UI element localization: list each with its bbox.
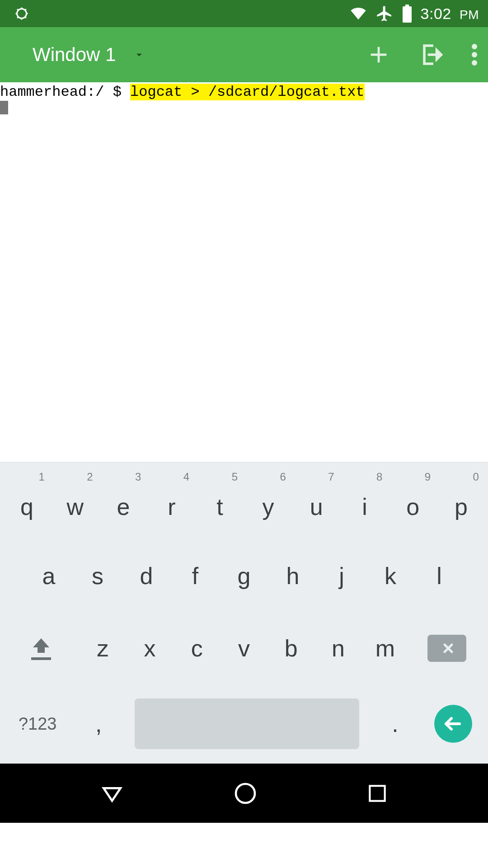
key-g[interactable]: g: [220, 540, 268, 613]
keyboard-row-3: zxcvbnm: [3, 612, 485, 684]
status-bar: 3:02 PM: [0, 0, 488, 27]
svg-point-0: [17, 9, 27, 19]
home-button[interactable]: [233, 781, 258, 806]
terminal-command: logcat > /sdcard/logcat.txt: [130, 84, 364, 100]
time-ampm: PM: [456, 8, 479, 22]
svg-rect-1: [403, 6, 412, 23]
key-p[interactable]: 0p: [437, 468, 485, 540]
key-b[interactable]: b: [267, 612, 314, 684]
key-r[interactable]: 4r: [147, 468, 196, 540]
add-window-button[interactable]: [367, 43, 390, 66]
key-j[interactable]: j: [317, 540, 366, 613]
exit-button[interactable]: [418, 41, 445, 68]
recent-apps-button[interactable]: [366, 782, 389, 805]
svg-point-6: [472, 60, 477, 66]
terminal-line: hammerhead:/ $ logcat > /sdcard/logcat.t…: [0, 84, 488, 100]
soft-keyboard: 1q2w3e4r5t6y7u8i9o0p asdfghjkl zxcvbnm ?…: [0, 462, 488, 764]
keyboard-row-2: asdfghjkl: [3, 540, 485, 613]
key-q[interactable]: 1q: [3, 468, 51, 540]
key-s[interactable]: s: [73, 540, 122, 613]
app-bar: Window 1: [0, 27, 488, 82]
keyboard-row-4: ?123 , .: [3, 684, 485, 760]
key-l[interactable]: l: [415, 540, 464, 613]
svg-point-7: [236, 784, 255, 803]
enter-key[interactable]: [421, 688, 485, 760]
terminal-view[interactable]: hammerhead:/ $ logcat > /sdcard/logcat.t…: [0, 82, 488, 462]
key-k[interactable]: k: [366, 540, 415, 613]
svg-rect-8: [370, 786, 385, 801]
more-menu-button[interactable]: [472, 44, 477, 66]
key-i[interactable]: 8i: [341, 468, 389, 540]
key-u[interactable]: 7u: [292, 468, 341, 540]
status-time: 3:02 PM: [421, 5, 479, 23]
key-w[interactable]: 2w: [51, 468, 99, 540]
svg-rect-2: [405, 5, 409, 6]
key-m[interactable]: m: [361, 612, 408, 684]
key-e[interactable]: 3e: [99, 468, 148, 540]
key-z[interactable]: z: [79, 612, 126, 684]
key-d[interactable]: d: [122, 540, 171, 613]
chevron-down-icon[interactable]: [133, 48, 145, 61]
window-title[interactable]: Window 1: [33, 44, 116, 66]
back-button[interactable]: [99, 781, 125, 806]
navigation-bar: [0, 764, 488, 823]
time-value: 3:02: [421, 5, 451, 22]
key-v[interactable]: v: [221, 612, 267, 684]
key-h[interactable]: h: [268, 540, 317, 613]
terminal-cursor: [0, 101, 8, 114]
wifi-icon: [349, 5, 367, 23]
key-y[interactable]: 6y: [244, 468, 292, 540]
svg-marker-3: [437, 50, 441, 59]
period-key[interactable]: .: [369, 688, 422, 760]
space-key[interactable]: [125, 688, 369, 760]
battery-icon: [402, 5, 413, 23]
shift-key[interactable]: [3, 612, 79, 684]
key-t[interactable]: 5t: [196, 468, 244, 540]
key-x[interactable]: x: [127, 612, 174, 684]
airplane-icon: [375, 5, 394, 23]
key-f[interactable]: f: [171, 540, 220, 613]
keyboard-row-1: 1q2w3e4r5t6y7u8i9o0p: [3, 468, 485, 540]
key-c[interactable]: c: [174, 612, 221, 684]
svg-point-5: [472, 52, 477, 57]
symbols-key[interactable]: ?123: [3, 688, 72, 760]
key-n[interactable]: n: [314, 612, 361, 684]
comma-key[interactable]: ,: [72, 688, 125, 760]
debug-icon: [14, 5, 30, 22]
backspace-key[interactable]: [409, 612, 485, 684]
key-a[interactable]: a: [24, 540, 73, 613]
key-o[interactable]: 9o: [389, 468, 437, 540]
svg-point-4: [472, 44, 477, 49]
terminal-prompt: hammerhead:/ $: [0, 84, 130, 100]
